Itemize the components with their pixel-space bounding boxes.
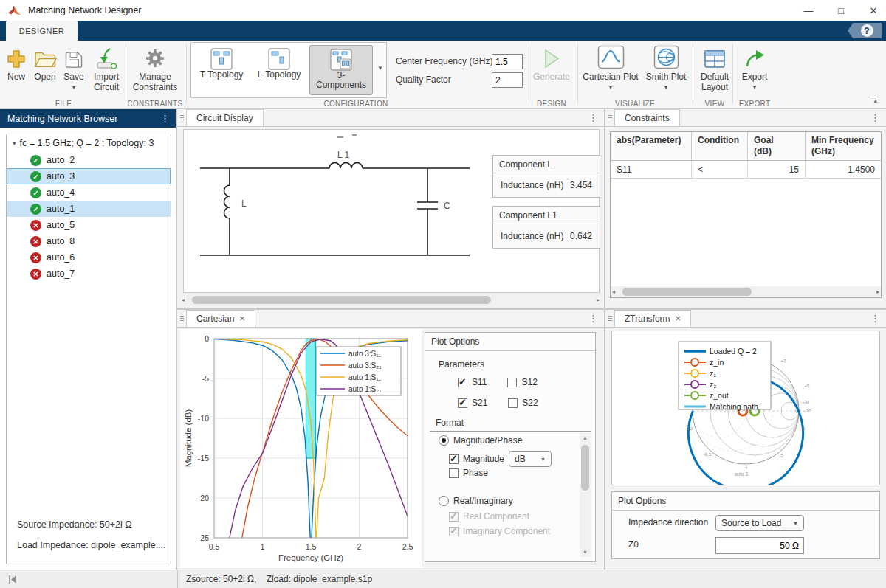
scroll-left-icon[interactable]: ◂ — [612, 288, 615, 295]
open-button[interactable]: Open — [32, 43, 58, 82]
s11-checkbox[interactable] — [458, 378, 467, 387]
l-topology-tile[interactable]: L-Topology — [252, 45, 306, 95]
save-dropdown-icon[interactable]: ▾ — [72, 83, 75, 93]
smith-chart-box[interactable]: +2+5+30-30-5-2-1-0.5-0.2auto 3Loaded Q =… — [611, 331, 880, 485]
svg-text:+2: +2 — [781, 359, 787, 363]
imaginary-component-checkbox[interactable] — [449, 527, 459, 536]
list-item[interactable]: ✕auto_7 — [7, 266, 171, 282]
collapse-ribbon-button[interactable]: ▴ — [872, 97, 879, 104]
help-button[interactable]: ? — [848, 23, 882, 38]
panel-grip-icon[interactable] — [605, 310, 614, 327]
cartesian-chart[interactable]: 0.511.522.50-5-10-15-20-25Magnitude (dB)… — [180, 329, 422, 568]
scrollbar-thumb[interactable] — [192, 296, 491, 304]
smith-chart[interactable]: +2+5+30-30-5-2-1-0.5-0.2auto 3Loaded Q =… — [612, 331, 879, 485]
ztransform-plot-options: Plot Options Impedance direction Source … — [611, 491, 880, 559]
list-item[interactable]: ✓auto_1 — [7, 201, 171, 217]
goal-cell: -15 — [748, 161, 806, 179]
matching-network-browser-panel: Matching Network Browser ⋮ ▾ fc = 1.5 GH… — [0, 109, 176, 570]
collapse-panel-icon[interactable] — [7, 575, 18, 584]
close-button[interactable]: ✕ — [867, 5, 880, 16]
panel-grip-icon[interactable] — [177, 310, 186, 327]
export-button[interactable]: Export ▾ — [735, 43, 774, 93]
scroll-down-icon[interactable]: ▾ — [583, 549, 586, 556]
default-layout-button[interactable]: Default Layout — [696, 43, 734, 92]
gear-icon — [144, 43, 166, 69]
t-topology-icon — [210, 48, 233, 70]
magnitude-checkbox[interactable] — [449, 454, 459, 464]
cartesian-tab-bar: Cartesian × ⋮ — [177, 310, 604, 328]
minimize-button[interactable]: — — [802, 5, 815, 16]
scroll-right-icon[interactable]: ▸ — [876, 288, 879, 295]
cartesian-menu-icon[interactable]: ⋮ — [588, 313, 598, 324]
table-row[interactable]: S11 < -15 1.4500 — [611, 161, 881, 179]
constraints-menu-icon[interactable]: ⋮ — [870, 112, 880, 123]
list-item[interactable]: ✓auto_4 — [7, 184, 171, 201]
smith-plot-dropdown-icon[interactable]: ▾ — [664, 83, 667, 93]
scroll-left-icon[interactable]: ◂ — [182, 297, 185, 303]
source-impedance-label: Source Impedance: 50+2i Ω — [17, 519, 132, 530]
section-label-design: DESIGN — [537, 100, 566, 108]
import-circuit-button[interactable]: Import Circuit — [89, 43, 123, 92]
close-icon[interactable]: × — [676, 315, 681, 322]
list-item[interactable]: ✓auto_3 — [7, 168, 171, 184]
circuit-horizontal-scrollbar[interactable]: ◂ ▸ — [180, 294, 601, 305]
tab-ztransform[interactable]: ZTransform × — [614, 310, 691, 327]
quality-factor-input[interactable] — [492, 72, 523, 88]
svg-text:-0.5: -0.5 — [704, 452, 712, 457]
circuit-menu-icon[interactable]: ⋮ — [588, 112, 598, 123]
svg-text:-10: -10 — [198, 414, 209, 423]
tab-cartesian[interactable]: Cartesian × — [186, 310, 255, 327]
export-dropdown-icon[interactable]: ▾ — [753, 83, 756, 93]
gallery-expand-button[interactable]: ▼ — [374, 42, 387, 98]
t-topology-tile[interactable]: T-Topology — [194, 45, 249, 95]
maximize-button[interactable]: □ — [834, 5, 848, 16]
scroll-up-icon[interactable]: ▴ — [583, 435, 586, 441]
smith-plot-button[interactable]: Smith Plot ▾ — [642, 43, 690, 93]
format-vertical-scrollbar[interactable]: ▴ ▾ — [580, 433, 591, 557]
inductance-value[interactable]: 0.642 — [570, 231, 592, 241]
constraints-panel: Constraints ⋮ abs(Parameter) Condition G… — [605, 109, 886, 308]
z0-input[interactable] — [715, 537, 804, 554]
generate-button[interactable]: Generate — [529, 43, 574, 82]
list-item[interactable]: ✕auto_5 — [7, 217, 171, 233]
cartesian-plot-dropdown-icon[interactable]: ▾ — [609, 83, 612, 93]
list-item[interactable]: ✕auto_8 — [7, 233, 171, 249]
inductance-value[interactable]: 3.454 — [570, 180, 592, 190]
magnitude-phase-radio[interactable] — [439, 435, 449, 446]
tree-root-node[interactable]: ▾ fc = 1.5 GHz; Q = 2 ; Topology: 3 — [7, 134, 171, 152]
tree-collapse-icon[interactable]: ▾ — [13, 139, 16, 147]
divider — [693, 44, 693, 104]
s21-checkbox[interactable] — [458, 398, 467, 408]
s12-checkbox[interactable] — [507, 378, 517, 387]
column-header: Goal(dB) — [748, 132, 806, 161]
scrollbar-thumb[interactable] — [622, 288, 752, 296]
list-item[interactable]: ✕auto_6 — [7, 249, 171, 266]
ztransform-menu-icon[interactable]: ⋮ — [870, 313, 880, 324]
magnitude-unit-dropdown[interactable]: dB▼ — [509, 451, 552, 467]
list-item[interactable]: ✓auto_2 — [7, 152, 171, 168]
save-button[interactable]: Save ▾ — [61, 43, 86, 93]
s22-checkbox[interactable] — [508, 398, 518, 408]
tab-designer[interactable]: DESIGNER — [6, 21, 78, 41]
impedance-direction-dropdown[interactable]: Source to Load▼ — [715, 515, 804, 531]
scroll-right-icon[interactable]: ▸ — [597, 297, 600, 303]
status-icon: ✕ — [30, 269, 41, 280]
real-imaginary-radio[interactable] — [439, 496, 449, 506]
center-frequency-input[interactable] — [492, 54, 523, 69]
panel-grip-icon[interactable] — [177, 109, 186, 126]
manage-constraints-button[interactable]: Manage Constraints — [133, 43, 177, 92]
new-button[interactable]: New — [4, 43, 28, 82]
scrollbar-thumb[interactable] — [581, 445, 589, 491]
browser-menu-icon[interactable]: ⋮ — [160, 113, 170, 124]
phase-checkbox[interactable] — [449, 468, 459, 478]
divider — [186, 44, 187, 104]
panel-grip-icon[interactable] — [605, 109, 614, 126]
tab-constraints[interactable]: Constraints — [614, 109, 680, 126]
constraints-horizontal-scrollbar[interactable]: ◂ ▸ — [611, 286, 881, 297]
real-component-checkbox[interactable] — [449, 512, 459, 522]
s22-label: S22 — [522, 398, 538, 408]
tab-circuit-display[interactable]: Circuit Display — [186, 109, 264, 126]
close-icon[interactable]: × — [239, 315, 245, 322]
three-components-tile[interactable]: 3-Components — [309, 45, 373, 95]
cartesian-plot-button[interactable]: Cartesian Plot ▾ — [581, 43, 640, 93]
